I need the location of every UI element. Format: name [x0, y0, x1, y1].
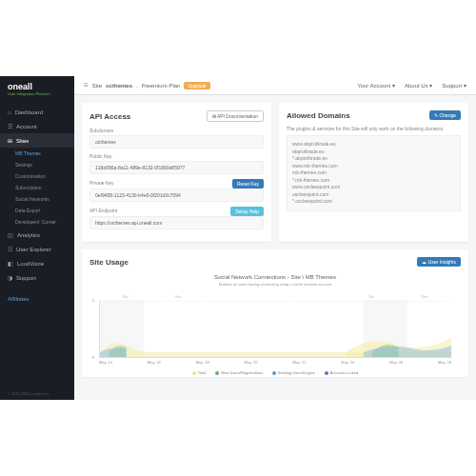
nav: ⌂Dashboard ☰Account ⊞Sites MB Themes Set… — [0, 102, 74, 387]
domain-item: osclasspoint.com — [292, 191, 455, 199]
legend-label: Total — [198, 370, 206, 375]
logo-text: oneall — [8, 82, 67, 91]
legend-label: Accounts Linked — [330, 370, 358, 375]
nav-label: User Explorer — [16, 247, 51, 252]
domain-item: www.osclasspoint.com — [292, 184, 455, 191]
xtick: May. 28 — [438, 360, 451, 365]
legend-label: New Users/Registrations — [221, 370, 263, 375]
usage-panel: Site Usage ☁ User Insights Social Networ… — [82, 249, 468, 377]
chart-legend: Total New Users/Registrations Existing U… — [89, 370, 461, 375]
domains-list: www.abprofitrade.eu abprofitrade.eu *.ab… — [287, 135, 461, 211]
logo-subtitle: User Integration Platform — [8, 91, 67, 96]
xtick: May. 24 — [341, 360, 354, 365]
domain-item: abprofitrade.eu — [292, 149, 455, 156]
day-label: Sun — [175, 294, 182, 299]
subdomain-value: octhemes — [89, 135, 264, 149]
users-icon: ☷ — [8, 246, 12, 252]
crumb-plan: Freemium Plan — [142, 83, 181, 89]
chart-svg — [100, 300, 451, 357]
domain-item: *.osclasspoint.com — [292, 198, 455, 206]
xtick: May. 14 — [99, 360, 112, 365]
sidebar: oneall User Integration Platform ⌂Dashbo… — [0, 76, 74, 400]
change-button[interactable]: ✎ Change — [429, 110, 461, 120]
topbar: ≡ Site octhemes, Freemium Plan Upgrade Y… — [74, 76, 476, 95]
nav-sub-export[interactable]: Data Export — [0, 205, 74, 216]
nav-sub-subscription[interactable]: Subscription — [0, 182, 74, 193]
ytick: 0 — [92, 355, 94, 360]
nav-userexplorer[interactable]: ☷User Explorer — [0, 242, 74, 256]
api-doc-button[interactable]: ⊞ API Documentation — [207, 110, 264, 122]
dot-icon — [272, 371, 276, 375]
domain-item: www.mb-themes.com — [292, 163, 455, 170]
subdomain-label: Subdomain — [89, 128, 264, 133]
setuphelp-button[interactable]: Setup Help — [230, 207, 264, 216]
support-icon: ◑ — [8, 274, 12, 281]
nav-sub-mbthemes[interactable]: MB Themes — [0, 148, 74, 159]
nav-label: LoudVoice — [17, 261, 44, 267]
link-account[interactable]: Your Account ▾ — [357, 82, 395, 89]
xtick: May. 20 — [245, 360, 258, 365]
chart-subtitle: Number of users having connecting using … — [89, 282, 461, 287]
chart-area: Social Network Connections - Site \ MB T… — [89, 274, 461, 369]
dot-icon — [192, 371, 196, 375]
day-label: Sun — [421, 294, 427, 299]
chat-icon: ◧ — [8, 260, 13, 267]
upgrade-button[interactable]: Upgrade — [184, 82, 209, 89]
day-label: Sat — [368, 294, 374, 299]
chart-icon: ◫ — [8, 231, 13, 238]
domain-item: *.mb-themes.com — [292, 177, 455, 185]
dot-icon — [215, 371, 219, 375]
logo: oneall User Integration Platform — [0, 76, 74, 102]
resetkey-button[interactable]: Reset Key — [232, 179, 264, 188]
privatekey-label: Private Key — [89, 180, 114, 186]
domain-item: mb-themes.com — [292, 169, 455, 177]
nav-sites[interactable]: ⊞Sites — [0, 133, 74, 148]
nav-support[interactable]: ◑Support — [0, 270, 74, 285]
nav-label: Dashboard — [15, 109, 43, 115]
nav-sub-customisation[interactable]: Customisation — [0, 170, 74, 182]
link-about[interactable]: About Us ▾ — [405, 82, 432, 89]
xtick: May. 18 — [196, 360, 209, 365]
crumb-name: octhemes — [106, 83, 132, 89]
publickey-value: 118a586a-8a11-489e-8132-0f1860a85977 — [89, 161, 264, 174]
link-support[interactable]: Support ▾ — [442, 82, 466, 89]
nav-affiliates[interactable]: Affiliates — [0, 292, 74, 306]
grid-icon: ⊞ — [8, 137, 12, 144]
privatekey-value: 0ef9458-1123-4130-b4e5-0f201d0c7094 — [89, 188, 264, 202]
api-title: API Access — [89, 112, 130, 121]
legend-label: Existing Users/Logins — [278, 370, 314, 375]
nav-sub-social[interactable]: Social Networks — [0, 193, 74, 205]
legend-new: New Users/Registrations — [215, 370, 263, 375]
menu-icon[interactable]: ≡ — [84, 81, 89, 89]
domains-intro: The plugins & services for this Site wil… — [287, 126, 461, 131]
nav-sub-dev[interactable]: Developers' Corner — [0, 216, 74, 228]
nav-dashboard[interactable]: ⌂Dashboard — [0, 106, 74, 119]
breadcrumb: ≡ Site octhemes, Freemium Plan Upgrade — [84, 81, 210, 89]
user-icon: ☰ — [8, 123, 12, 129]
nav-label: Sites — [16, 138, 29, 144]
nav-analytics[interactable]: ◫Analytics — [0, 228, 74, 242]
nav-label: Support — [16, 275, 36, 281]
endpoint-value: https://octhemes.api.oneall.com — [89, 216, 264, 229]
nav-label: Account — [16, 124, 37, 129]
insights-button[interactable]: ☁ User Insights — [417, 257, 461, 267]
footer-text: © 2011-2019 oneall.com — [0, 387, 74, 400]
usage-title: Site Usage — [89, 258, 129, 267]
nav-sub-settings[interactable]: Settings — [0, 159, 74, 170]
legend-linked: Accounts Linked — [325, 370, 358, 375]
chart: 5 0 — [99, 301, 451, 358]
nav-account[interactable]: ☰Account — [0, 119, 74, 133]
top-links: Your Account ▾ About Us ▾ Support ▾ — [357, 82, 466, 89]
chart-days: Sat Sun Sat Sun — [99, 294, 451, 299]
main: ≡ Site octhemes, Freemium Plan Upgrade Y… — [74, 76, 476, 400]
crumb-site: Site — [92, 83, 102, 89]
chart-xlabels: May. 14 May. 16 May. 18 May. 20 May. 22 … — [99, 360, 451, 365]
domains-panel: Allowed Domains ✎ Change The plugins & s… — [279, 103, 468, 242]
nav-loudvoice[interactable]: ◧LoudVoice — [0, 256, 74, 270]
chart-title: Social Network Connections - Site \ MB T… — [89, 274, 461, 280]
xtick: May. 22 — [292, 360, 306, 365]
domain-item: www.abprofitrade.eu — [292, 141, 455, 149]
publickey-label: Public Key — [89, 153, 264, 159]
day-label: Sat — [123, 294, 129, 299]
xtick: May. 26 — [389, 360, 403, 365]
